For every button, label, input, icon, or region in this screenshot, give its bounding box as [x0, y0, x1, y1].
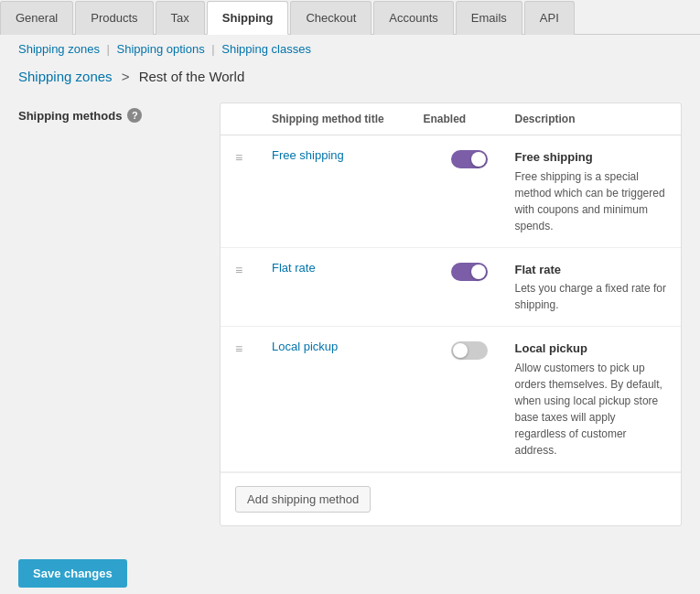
sub-nav: Shipping zones | Shipping options | Ship…: [18, 35, 682, 61]
subnav-sep-2: |: [211, 42, 214, 56]
footer: Save changes: [0, 545, 700, 595]
tab-checkout[interactable]: Checkout: [290, 1, 372, 35]
tab-tax[interactable]: Tax: [156, 1, 205, 35]
breadcrumb: Shipping zones > Rest of the World: [18, 61, 682, 95]
toggle-free-shipping[interactable]: [451, 150, 488, 168]
desc-text-flat-rate: Lets you charge a fixed rate for shippin…: [515, 280, 667, 313]
settings-label: Shipping methods ?: [18, 103, 220, 123]
settings-row: Shipping methods ? Shipping method title…: [18, 103, 682, 526]
shipping-methods-label: Shipping methods: [18, 109, 122, 123]
breadcrumb-separator: >: [122, 69, 130, 84]
desc-title-free-shipping: Free shipping: [515, 148, 667, 167]
drag-handle[interactable]: ≡: [235, 148, 272, 165]
desc-text-local-pickup: Allow customers to pick up orders themse…: [515, 360, 667, 459]
tab-general[interactable]: General: [0, 1, 73, 35]
drag-handle[interactable]: ≡: [235, 261, 272, 277]
subnav-shipping-classes[interactable]: Shipping classes: [221, 42, 311, 56]
method-title-flat-rate: Flat rate: [272, 261, 424, 275]
enabled-cell-local-pickup: [424, 340, 515, 360]
subnav-sep-1: |: [107, 42, 110, 56]
enabled-col-header: Enabled: [424, 113, 515, 125]
desc-text-free-shipping: Free shipping is a special method which …: [515, 168, 667, 234]
tab-products[interactable]: Products: [75, 1, 153, 35]
add-method-row: Add shipping method: [221, 472, 681, 525]
local-pickup-link[interactable]: Local pickup: [272, 340, 338, 353]
tab-api[interactable]: API: [524, 1, 575, 35]
enabled-cell-free-shipping: [424, 148, 515, 168]
free-shipping-link[interactable]: Free shipping: [272, 148, 344, 162]
toggle-local-pickup[interactable]: [451, 341, 488, 360]
method-title-free-shipping: Free shipping: [272, 148, 424, 162]
subnav-shipping-options[interactable]: Shipping options: [117, 42, 205, 56]
description-local-pickup: Local pickup Allow customers to pick up …: [515, 340, 667, 459]
description-free-shipping: Free shipping Free shipping is a special…: [515, 148, 667, 234]
add-shipping-method-button[interactable]: Add shipping method: [235, 486, 371, 513]
breadcrumb-current: Rest of the World: [139, 69, 245, 84]
help-icon[interactable]: ?: [127, 108, 142, 123]
desc-title-flat-rate: Flat rate: [515, 261, 667, 279]
shipping-methods-table: Shipping method title Enabled Descriptio…: [220, 103, 682, 526]
table-header: Shipping method title Enabled Descriptio…: [221, 103, 681, 135]
table-row: ≡ Local pickup Local pickup Allow custom…: [221, 327, 681, 472]
description-col-header: Description: [515, 113, 667, 125]
table-row: ≡ Flat rate Flat rate Lets you charge a …: [221, 248, 681, 328]
save-changes-button[interactable]: Save changes: [18, 559, 127, 588]
drag-col-header: [235, 113, 272, 125]
method-title-local-pickup: Local pickup: [272, 340, 424, 353]
flat-rate-link[interactable]: Flat rate: [272, 261, 316, 275]
tab-emails[interactable]: Emails: [456, 1, 522, 35]
tab-bar: General Products Tax Shipping Checkout A…: [0, 0, 700, 35]
breadcrumb-parent[interactable]: Shipping zones: [18, 69, 113, 84]
desc-title-local-pickup: Local pickup: [515, 340, 667, 358]
drag-handle[interactable]: ≡: [235, 340, 272, 356]
description-flat-rate: Flat rate Lets you charge a fixed rate f…: [515, 261, 667, 314]
subnav-shipping-zones[interactable]: Shipping zones: [18, 42, 100, 56]
tab-shipping[interactable]: Shipping: [207, 1, 289, 35]
toggle-flat-rate[interactable]: [451, 263, 488, 281]
tab-accounts[interactable]: Accounts: [373, 1, 453, 35]
enabled-cell-flat-rate: [424, 261, 515, 281]
table-row: ≡ Free shipping Free shipping Free shipp…: [221, 135, 681, 248]
title-col-header: Shipping method title: [272, 113, 424, 125]
